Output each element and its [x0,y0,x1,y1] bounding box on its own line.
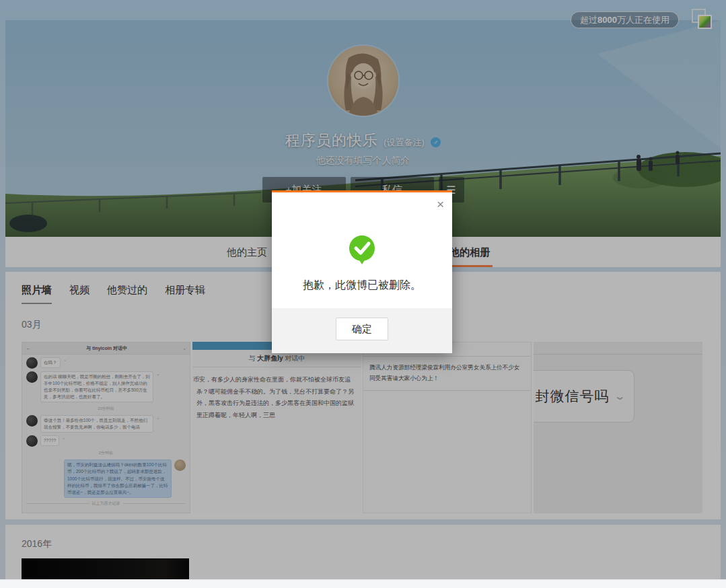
close-icon[interactable]: × [437,198,444,211]
deleted-weibo-modal: × 抱歉，此微博已被删除。 确定 [272,190,452,353]
page-bottom-strip [0,579,726,588]
weibo-profile-page: 程序员的快乐 (设置备注) ♂ 他还没有填写个人简介 +加关注 私信 ☰ 超过8… [0,0,726,588]
confirm-button[interactable]: 确定 [336,318,388,340]
modal-footer: 确定 [272,308,452,353]
modal-message: 抱歉，此微博已被删除。 [272,279,452,293]
success-check-bubble-icon [347,234,377,265]
